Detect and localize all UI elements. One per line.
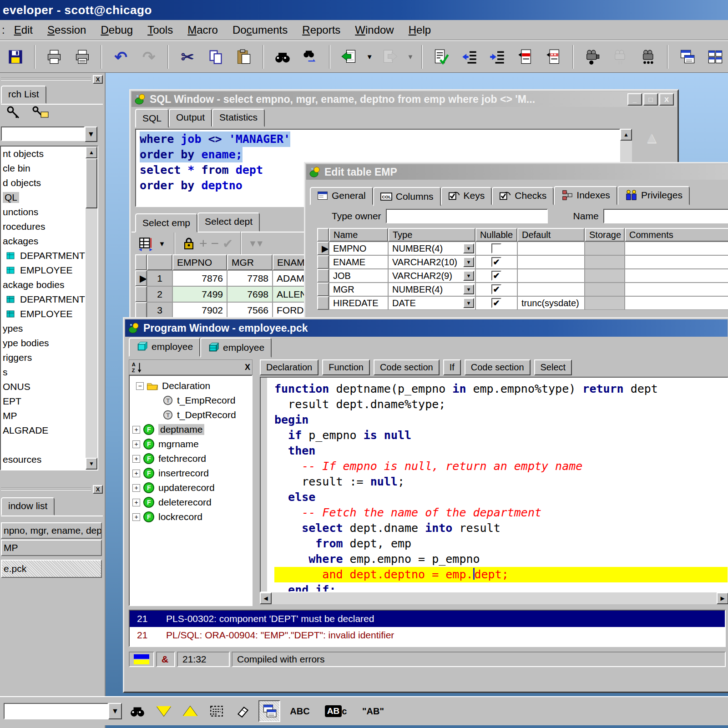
tree-item[interactable]: ypes [1,321,86,336]
redo-button[interactable]: ↷ [136,44,162,70]
column-header[interactable]: MGR [227,254,273,270]
code-line[interactable]: -- If empno is null, return an empty nam… [274,459,728,474]
grid-options-icon[interactable] [138,236,153,251]
grid-options-dropdown[interactable]: ▼ [157,231,167,256]
function-button[interactable]: Function [322,359,370,375]
tree-item-function[interactable]: + F mgrname [130,437,252,451]
tab-general[interactable]: General [310,187,373,205]
type-dropdown[interactable]: ▼ [463,271,474,281]
key-icon[interactable] [6,106,22,119]
menu-documents[interactable]: Documents [225,21,295,39]
expand-icon[interactable]: + [132,470,140,477]
tree-item[interactable]: d objects [1,176,86,190]
window-list-item[interactable]: npno, mgr, ename, dept [1,522,102,539]
nullable-checkbox[interactable] [491,284,501,294]
macro-playback-button[interactable] [608,44,633,70]
find-combo[interactable]: ▼ [4,703,122,719]
sort-icon[interactable]: AZ [131,361,143,373]
find-next-button[interactable] [298,44,323,70]
scroll-up-button[interactable]: ▲ [620,129,632,141]
expand-icon[interactable]: + [132,440,140,448]
code-editor-hscrollbar[interactable]: ◀ ▶ [260,592,728,604]
tree-item[interactable]: riggers [1,350,86,365]
tab-statistics[interactable]: Statistics [212,109,265,127]
previous-window-button[interactable] [336,44,362,70]
menu-file-partial[interactable]: : [0,21,7,39]
declaration-button[interactable]: Declaration [260,359,318,375]
window-list-header[interactable]: X [1,485,103,494]
tree-item-function[interactable]: + F deleterecord [130,495,252,510]
minimize-button[interactable]: _ [627,93,642,106]
scroll-down-button[interactable]: ▼ [86,458,97,470]
undo-button[interactable]: ↶ [108,44,133,70]
tab-sql[interactable]: SQL [135,109,169,128]
tree-item[interactable]: EPT [1,394,86,409]
tab-select-dept[interactable]: Select dept [197,212,260,232]
column-row[interactable]: ENAME VARCHAR2(10)▼ [317,255,728,269]
search-up-button[interactable] [179,700,201,722]
print-setup-button[interactable] [70,44,95,70]
browser-panel-header[interactable]: X [1,75,103,84]
code-section-button[interactable]: Code section [465,359,531,375]
type-dropdown[interactable]: ▼ [463,298,474,308]
find-button[interactable] [126,700,148,722]
tree-item-type[interactable]: T t_EmpRecord [130,393,252,408]
menu-help[interactable]: Help [401,21,438,39]
tab-indexes[interactable]: Indexes [554,186,617,205]
menu-session[interactable]: Session [40,21,93,39]
search-down-button[interactable] [153,700,175,722]
nullable-checkbox[interactable] [491,271,501,281]
program-window-titlebar[interactable]: Program Window - employee.pck [125,319,728,337]
column-row[interactable]: JOB VARCHAR2(9)▼ [317,269,728,283]
tab-privileges[interactable]: Privileges [617,186,690,205]
tree-item[interactable]: DEPARTMENT [1,248,86,263]
cut-button[interactable]: ✂ [175,44,200,70]
tab-search-list[interactable]: rch List [1,86,46,104]
tree-item-function[interactable]: + F lockrecord [130,510,252,524]
type-owner-input[interactable] [386,209,548,223]
close-button[interactable]: X [659,93,674,106]
uppercase-button[interactable]: ABC [285,700,315,722]
code-line[interactable]: then [274,443,728,459]
syntax-check-button[interactable] [429,44,454,70]
code-line[interactable]: where job <> 'MANAGER' [140,131,290,147]
column-row[interactable]: HIREDATE DATE▼ trunc(sysdate) [317,296,728,310]
select-button[interactable]: Select [534,359,572,375]
nullable-checkbox[interactable] [491,298,501,308]
sql-window-titlebar[interactable]: SQL Window - select empno, mgr, ename, d… [131,91,677,107]
window-list-item-selected[interactable]: e.pck [1,560,102,578]
code-line[interactable]: else [274,490,728,505]
window-copy-button[interactable] [258,700,280,722]
menu-edit[interactable]: Edit [7,21,40,39]
tree-item-selected[interactable]: QL [1,190,86,205]
window-list-close-button[interactable]: X [93,485,103,494]
expand-icon[interactable]: + [132,513,140,521]
tree-item-function[interactable]: + F fetchrecord [130,451,252,466]
if-button[interactable]: If [443,359,461,375]
next-window-dropdown[interactable]: ▼ [405,44,415,70]
find-button[interactable] [270,44,295,70]
browser-close-button[interactable]: X [93,75,103,84]
tree-item[interactable]: ackages [1,234,86,248]
maximize-button[interactable]: □ [643,93,658,106]
browser-filter-value[interactable] [1,126,85,141]
browser-filter-combo[interactable]: ▼ [1,126,97,142]
browser-filter-dropdown[interactable]: ▼ [85,126,97,142]
tree-item[interactable]: esources [1,452,86,467]
cascade-windows-button[interactable] [674,44,700,70]
next-error-button[interactable] [513,44,538,70]
tab-package-spec[interactable]: employee [129,338,200,357]
menu-window[interactable]: Window [348,21,401,39]
find-combo-dropdown[interactable]: ▼ [108,703,122,719]
tree-item[interactable]: DEPARTMENT [1,292,86,307]
window-list-item[interactable]: MP [1,540,102,556]
tab-window-list[interactable]: indow list [1,497,55,516]
tab-select-emp[interactable]: Select emp [135,213,197,233]
code-line[interactable]: begin [274,412,728,428]
tree-item[interactable]: rocedures [1,219,86,234]
select-region-button[interactable] [206,700,228,722]
scroll-thumb[interactable] [86,158,97,208]
code-line[interactable]: if p_empno is null [274,428,728,443]
collapse-icon[interactable]: − [136,382,144,390]
tree-item[interactable]: EMPLOYEE [1,263,86,278]
